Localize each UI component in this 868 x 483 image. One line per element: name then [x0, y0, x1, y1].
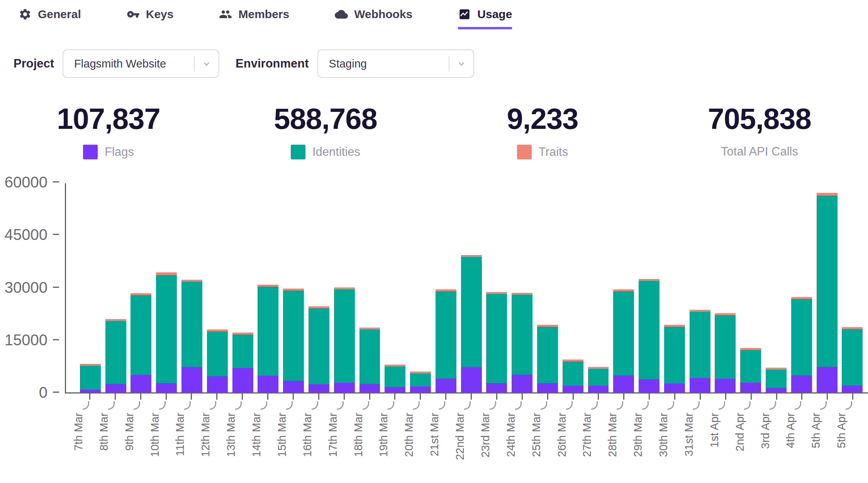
- stacked-bar[interactable]: [486, 292, 507, 392]
- bar-column[interactable]: [738, 183, 763, 392]
- bar-column[interactable]: [255, 183, 281, 392]
- stacked-bar[interactable]: [613, 289, 634, 392]
- x-tick-label: 3rd Apr: [759, 413, 772, 449]
- stacked-bar[interactable]: [766, 368, 787, 392]
- identities-segment: [740, 350, 761, 382]
- x-label-leader: [184, 401, 191, 410]
- tab-label: General: [38, 8, 81, 21]
- bar-column[interactable]: [357, 183, 383, 392]
- tab-members[interactable]: Members: [219, 8, 289, 29]
- stacked-bar[interactable]: [80, 364, 101, 392]
- bar-column[interactable]: [839, 183, 865, 392]
- bar-column[interactable]: [662, 183, 687, 392]
- stacked-bar[interactable]: [359, 328, 380, 392]
- stacked-bar[interactable]: [715, 313, 736, 392]
- flags-segment: [817, 367, 837, 392]
- x-label-leader: [413, 401, 420, 410]
- flags-segment: [588, 386, 609, 392]
- x-tick: [242, 393, 243, 400]
- stacked-bar[interactable]: [232, 333, 253, 392]
- bar-column[interactable]: [586, 183, 611, 392]
- bar-column[interactable]: [459, 183, 484, 392]
- bar-column[interactable]: [814, 183, 840, 392]
- bar-column[interactable]: [560, 183, 586, 392]
- stacked-bar[interactable]: [563, 360, 583, 392]
- identities-swatch: [291, 145, 305, 159]
- bar-column[interactable]: [281, 183, 306, 392]
- bar-column[interactable]: [484, 183, 510, 392]
- stacked-bar[interactable]: [105, 319, 126, 392]
- x-tick-label: 10th Mar: [149, 413, 161, 457]
- project-select[interactable]: Flagsmith Website: [63, 49, 219, 78]
- tab-webhooks[interactable]: Webhooks: [335, 8, 412, 29]
- bar-column[interactable]: [78, 183, 103, 392]
- stat-value: 705,838: [651, 102, 868, 135]
- bar-column[interactable]: [789, 183, 814, 392]
- bar-column[interactable]: [687, 183, 713, 392]
- flags-segment: [639, 379, 659, 392]
- flags-segment: [131, 375, 151, 392]
- bar-column[interactable]: [763, 183, 789, 392]
- stacked-bar[interactable]: [156, 272, 177, 392]
- y-tick-label: 15000: [1, 331, 59, 348]
- stacked-bar[interactable]: [512, 293, 532, 392]
- tab-general[interactable]: General: [19, 8, 81, 29]
- stacked-bar[interactable]: [309, 306, 329, 392]
- bar-column[interactable]: [332, 183, 357, 392]
- bar-column[interactable]: [230, 183, 256, 392]
- bar-column[interactable]: [509, 183, 535, 392]
- identities-segment: [791, 299, 812, 375]
- identities-segment: [613, 291, 634, 375]
- bar-column[interactable]: [433, 183, 459, 392]
- bar-column[interactable]: [382, 183, 408, 392]
- x-tick: [344, 393, 345, 400]
- stacked-bar[interactable]: [664, 325, 685, 392]
- stacked-bar[interactable]: [842, 327, 863, 392]
- stacked-bar[interactable]: [258, 285, 278, 392]
- x-tick-label: 1st Apr: [708, 413, 721, 448]
- bar-column[interactable]: [408, 183, 433, 392]
- bar-column[interactable]: [713, 183, 738, 392]
- flags-segment: [334, 383, 355, 392]
- x-tick-label: 8th Mar: [98, 413, 110, 451]
- stacked-bar[interactable]: [461, 255, 482, 392]
- tab-usage[interactable]: Usage: [458, 8, 512, 29]
- stacked-bar[interactable]: [537, 325, 558, 392]
- stacked-bar[interactable]: [334, 287, 355, 392]
- flags-segment: [563, 386, 583, 392]
- stacked-bar[interactable]: [131, 293, 151, 392]
- x-tick-label: 18th Mar: [352, 413, 365, 457]
- x-label-leader: [108, 401, 115, 410]
- bar-column[interactable]: [129, 183, 154, 392]
- bar-column[interactable]: [179, 183, 205, 392]
- environment-select[interactable]: Staging: [317, 49, 474, 78]
- tab-keys[interactable]: Keys: [127, 8, 174, 29]
- flags-segment: [80, 390, 101, 392]
- bar-column[interactable]: [306, 183, 332, 392]
- stacked-bar[interactable]: [639, 279, 659, 392]
- bar-column[interactable]: [611, 183, 636, 392]
- chevron-down-icon[interactable]: [449, 59, 473, 68]
- identities-segment: [334, 289, 355, 382]
- usage-chart-icon: [458, 8, 471, 21]
- bar-column[interactable]: [103, 183, 129, 392]
- x-label-leader: [312, 401, 318, 410]
- bar-column[interactable]: [205, 183, 230, 392]
- stacked-bar[interactable]: [740, 348, 761, 392]
- bar-column[interactable]: [535, 183, 560, 392]
- stacked-bar[interactable]: [588, 367, 609, 392]
- identities-segment: [512, 295, 532, 375]
- stacked-bar[interactable]: [690, 310, 710, 392]
- stacked-bar[interactable]: [410, 372, 431, 392]
- bar-column[interactable]: [154, 183, 179, 392]
- stacked-bar[interactable]: [436, 289, 456, 393]
- chevron-down-icon[interactable]: [195, 59, 219, 68]
- stacked-bar[interactable]: [791, 297, 812, 392]
- bar-column[interactable]: [636, 183, 662, 392]
- stacked-bar[interactable]: [181, 280, 202, 392]
- stacked-bar[interactable]: [817, 193, 837, 392]
- stacked-bar[interactable]: [207, 329, 228, 392]
- stacked-bar[interactable]: [385, 365, 405, 392]
- stacked-bar[interactable]: [283, 289, 304, 392]
- members-icon: [219, 8, 232, 21]
